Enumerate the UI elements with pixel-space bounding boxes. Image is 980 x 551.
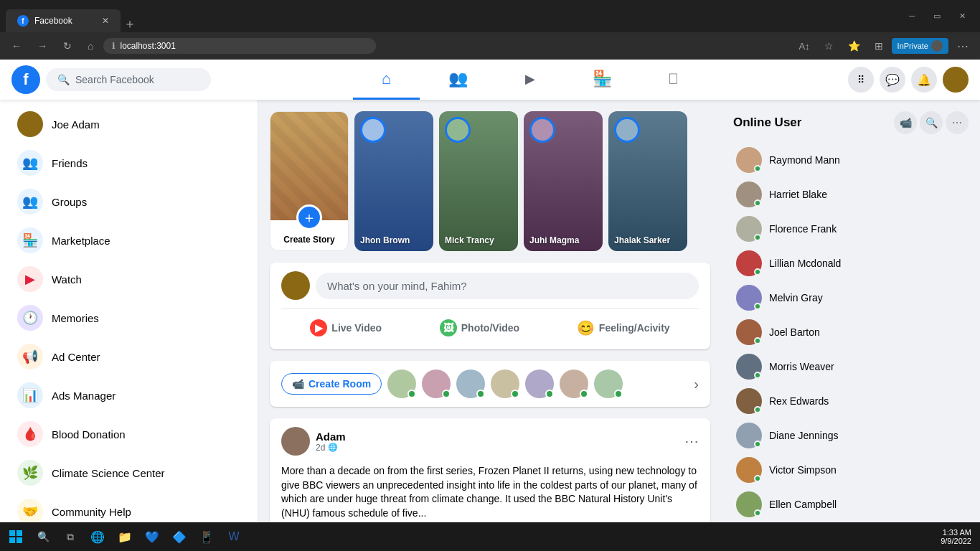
room-user-5[interactable]: [525, 369, 554, 398]
sidebar-item-watch[interactable]: ▶ Watch: [6, 260, 252, 298]
room-user-7[interactable]: [594, 369, 623, 398]
story-jhalak-sarker[interactable]: Jhalak Sarker: [608, 111, 687, 251]
online-user-melvin[interactable]: Melvin Gray: [733, 281, 969, 315]
composer-avatar: [281, 271, 310, 300]
address-input[interactable]: ℹ localhost:3001: [103, 38, 376, 54]
rooms-more-icon[interactable]: ›: [694, 376, 699, 392]
nav-marketplace[interactable]: 🏪: [564, 60, 641, 100]
room-user-1[interactable]: [387, 369, 416, 398]
sidebar-item-memories[interactable]: 🕐 Memories: [6, 299, 252, 336]
sidebar-item-adsmanager[interactable]: 📊 Ads Manager: [6, 377, 252, 414]
create-room-label: Create Room: [308, 378, 371, 390]
reader-mode-icon[interactable]: A↕: [793, 38, 815, 55]
star-icon[interactable]: ⭐: [842, 37, 866, 55]
collections-icon[interactable]: ⊞: [869, 37, 889, 55]
online-dot-3: [476, 390, 485, 398]
browser-tab[interactable]: f Facebook ✕: [6, 9, 121, 32]
forward-button[interactable]: →: [32, 37, 53, 55]
room-user-3[interactable]: [456, 369, 485, 398]
composer-input[interactable]: What's on your mind, Fahim?: [316, 273, 699, 299]
sidebar-item-groups[interactable]: 👥 Groups: [6, 183, 252, 220]
sidebar-item-adcenter[interactable]: 📢 Ad Center: [6, 338, 252, 375]
create-room-button[interactable]: 📹 Create Room: [281, 373, 382, 395]
adsmanager-icon: 📊: [17, 382, 43, 408]
story-juhi-magma[interactable]: Juhi Magma: [524, 111, 603, 251]
sidebar-watch-label: Watch: [52, 273, 82, 286]
live-video-button[interactable]: ▶ Live Video: [301, 315, 390, 341]
online-user-florence[interactable]: Florence Frank: [733, 212, 969, 246]
video-call-button[interactable]: 📹: [894, 111, 917, 134]
avatar-melvin: [736, 285, 762, 311]
post-author-name[interactable]: Adam: [316, 430, 679, 443]
post-info: Adam 2d 🌐: [316, 430, 679, 453]
online-user-joel[interactable]: Joel Barton: [733, 315, 969, 349]
new-tab-button[interactable]: ＋: [123, 15, 136, 32]
apps-button[interactable]: ⠿: [848, 67, 874, 93]
tab-close-button[interactable]: ✕: [102, 16, 109, 26]
browser-more-button[interactable]: ⋯: [951, 37, 974, 56]
groups-icon: 👥: [17, 189, 43, 215]
nav-home[interactable]: ⌂: [353, 60, 420, 100]
photo-video-button[interactable]: 🖼 Photo/Video: [431, 315, 528, 341]
community-icon: 🤝: [17, 499, 43, 524]
room-user-6[interactable]: [560, 369, 588, 398]
minimize-button[interactable]: ─: [900, 9, 923, 24]
online-user-raymond[interactable]: Raymond Mann: [733, 143, 969, 177]
maximize-button[interactable]: ▭: [925, 9, 949, 24]
story-jhon-brown[interactable]: Jhon Brown: [354, 111, 433, 251]
sidebar-item-climate[interactable]: 🌿 Climate Science Center: [6, 454, 252, 491]
favorites-icon[interactable]: ☆: [819, 37, 839, 55]
explorer-icon[interactable]: 📁: [112, 524, 138, 550]
sidebar-item-marketplace[interactable]: 🏪 Marketplace: [6, 222, 252, 259]
messenger-button[interactable]: 💬: [880, 67, 905, 93]
home-button[interactable]: ⌂: [82, 37, 99, 55]
more-online-button[interactable]: ⋯: [946, 111, 969, 134]
create-story-card[interactable]: ＋ Create Story: [270, 111, 349, 251]
room-user-4[interactable]: [491, 369, 519, 398]
online-user-diane[interactable]: Diane Jennings: [733, 418, 969, 453]
gaming-nav-icon: ⎕: [669, 71, 677, 86]
name-ellen: Ellen Campbell: [769, 499, 837, 510]
back-button[interactable]: ←: [6, 37, 27, 55]
vscode-icon[interactable]: 💙: [139, 524, 165, 550]
avatar-raymond: [736, 147, 762, 173]
online-user-harriet[interactable]: Harriet Blake: [733, 177, 969, 212]
create-story-plus-icon: ＋: [296, 204, 322, 230]
nav-watch[interactable]: ▶: [496, 60, 564, 100]
post-author-avatar: [281, 427, 310, 456]
post-more-button[interactable]: ⋯: [684, 433, 699, 450]
user-avatar-header[interactable]: [943, 67, 969, 93]
online-user-victor[interactable]: Victor Simpson: [733, 453, 969, 487]
story-avatar-jhalak: [614, 117, 640, 143]
feeling-label: Feeling/Acivity: [599, 322, 670, 334]
nav-gaming[interactable]: ⎕: [641, 60, 706, 100]
sidebar-item-friends[interactable]: 👥 Friends: [6, 144, 252, 182]
room-user-2[interactable]: [422, 369, 451, 398]
search-taskbar-button[interactable]: 🔍: [30, 524, 56, 550]
search-box[interactable]: 🔍 Search Facebook: [46, 68, 211, 91]
notifications-button[interactable]: 🔔: [911, 67, 937, 93]
facebook-logo[interactable]: f: [11, 65, 40, 94]
sidebar-item-profile[interactable]: Joe Adam: [6, 105, 252, 143]
feeling-button[interactable]: 😊 Feeling/Acivity: [569, 315, 679, 341]
search-placeholder: Search Facebook: [75, 74, 154, 85]
vscode2-icon[interactable]: 🔷: [166, 524, 192, 550]
close-button[interactable]: ✕: [951, 9, 974, 24]
nav-friends[interactable]: 👥: [420, 60, 496, 100]
online-user-morris[interactable]: Morris Weaver: [733, 349, 969, 384]
story-avatar-mick: [445, 117, 471, 143]
right-panel: Online User 📹 🔍 ⋯ Raymond Mann Harriet B…: [722, 100, 980, 551]
edge-icon[interactable]: 🌐: [85, 524, 110, 550]
whatsapp-icon[interactable]: 📱: [194, 524, 220, 550]
word-icon[interactable]: W: [221, 524, 247, 550]
search-online-button[interactable]: 🔍: [920, 111, 943, 134]
online-user-rex[interactable]: Rex Edwards: [733, 384, 969, 418]
refresh-button[interactable]: ↻: [57, 37, 77, 55]
online-user-lillian[interactable]: Lillian Mcdonald: [733, 246, 969, 281]
start-button[interactable]: [3, 524, 29, 550]
online-user-ellen[interactable]: Ellen Campbell: [733, 487, 969, 522]
task-view-button[interactable]: ⧉: [57, 524, 83, 550]
composer-actions: ▶ Live Video 🖼 Photo/Video 😊 Feeling/Aci…: [281, 315, 699, 341]
story-mick-trancy[interactable]: Mick Trancy: [439, 111, 518, 251]
sidebar-item-blood[interactable]: 🩸 Blood Donation: [6, 415, 252, 453]
